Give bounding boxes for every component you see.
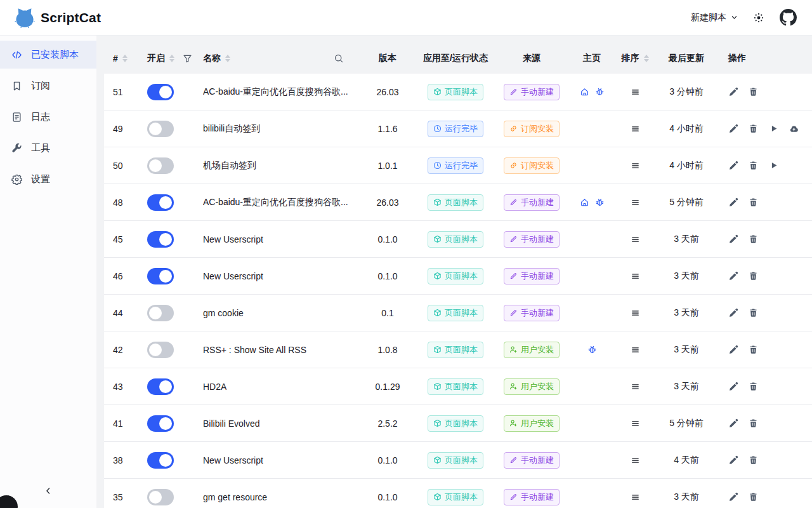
pencil-icon bbox=[509, 235, 518, 243]
enable-toggle[interactable] bbox=[147, 268, 174, 284]
script-name[interactable]: gm cookie bbox=[203, 308, 244, 318]
delete-button[interactable] bbox=[749, 124, 758, 133]
drag-handle[interactable] bbox=[631, 272, 640, 281]
delete-button[interactable] bbox=[749, 234, 758, 244]
enable-toggle[interactable] bbox=[147, 415, 174, 432]
script-name[interactable]: New Userscript bbox=[203, 271, 263, 281]
enable-toggle[interactable] bbox=[147, 489, 174, 505]
source-badge: 手动新建 bbox=[504, 231, 560, 248]
script-id: 50 bbox=[104, 161, 140, 171]
delete-button[interactable] bbox=[749, 161, 758, 170]
enable-toggle[interactable] bbox=[147, 342, 174, 358]
edit-button[interactable] bbox=[728, 308, 738, 318]
github-icon[interactable] bbox=[780, 9, 797, 26]
last-updated: 3 分钟前 bbox=[655, 86, 718, 98]
enable-toggle[interactable] bbox=[147, 231, 174, 248]
edit-button[interactable] bbox=[728, 345, 738, 354]
sidebar-item-installed[interactable]: 已安装脚本 bbox=[0, 41, 96, 69]
run-button[interactable] bbox=[769, 161, 778, 170]
enable-toggle[interactable] bbox=[147, 121, 174, 137]
sidebar-item-subscribe[interactable]: 订阅 bbox=[0, 72, 96, 100]
sort-control[interactable] bbox=[644, 55, 649, 62]
delete-button[interactable] bbox=[749, 345, 758, 354]
script-name[interactable]: AC-baidu-重定向优化百度搜狗谷歌... bbox=[203, 86, 348, 98]
script-id: 42 bbox=[104, 345, 140, 355]
delete-button[interactable] bbox=[749, 492, 758, 502]
bug-icon[interactable] bbox=[595, 197, 605, 207]
script-version: 26.03 bbox=[359, 87, 416, 97]
bug-icon[interactable] bbox=[595, 87, 605, 97]
pencil-icon bbox=[509, 88, 518, 96]
edit-button[interactable] bbox=[728, 455, 738, 465]
new-script-button[interactable]: 新建脚本 bbox=[691, 12, 738, 23]
enable-toggle[interactable] bbox=[147, 378, 174, 395]
drag-handle[interactable] bbox=[631, 419, 640, 428]
sidebar-item-tools[interactable]: 工具 bbox=[0, 134, 96, 162]
drag-handle[interactable] bbox=[631, 493, 640, 502]
table-row: 43 HD2A 0.1.29 页面脚本 用户安装 3 天前 bbox=[104, 368, 812, 405]
delete-button[interactable] bbox=[749, 382, 758, 391]
box-icon bbox=[433, 88, 442, 96]
delete-button[interactable] bbox=[749, 308, 758, 318]
enable-toggle[interactable] bbox=[147, 452, 174, 469]
drag-handle[interactable] bbox=[631, 88, 640, 97]
delete-button[interactable] bbox=[749, 197, 758, 207]
box-icon bbox=[433, 493, 442, 501]
last-updated: 4 小时前 bbox=[655, 160, 718, 171]
enable-toggle[interactable] bbox=[147, 194, 174, 211]
script-name[interactable]: AC-baidu-重定向优化百度搜狗谷歌... bbox=[203, 197, 348, 208]
sidebar-collapse-button[interactable] bbox=[44, 486, 53, 498]
home-icon[interactable] bbox=[580, 87, 589, 97]
theme-sun-icon[interactable] bbox=[753, 12, 764, 23]
drag-handle[interactable] bbox=[631, 235, 640, 244]
edit-button[interactable] bbox=[728, 197, 738, 207]
delete-button[interactable] bbox=[749, 87, 758, 97]
edit-button[interactable] bbox=[728, 124, 738, 133]
drag-handle[interactable] bbox=[631, 456, 640, 465]
edit-button[interactable] bbox=[728, 161, 738, 170]
drag-handle[interactable] bbox=[631, 161, 640, 170]
sidebar-item-logs[interactable]: 日志 bbox=[0, 103, 96, 131]
script-name[interactable]: Bilibili Evolved bbox=[203, 418, 259, 429]
edit-button[interactable] bbox=[728, 492, 738, 502]
run-button[interactable] bbox=[769, 124, 778, 133]
sort-control[interactable] bbox=[169, 55, 174, 62]
link-icon bbox=[509, 124, 518, 133]
script-name[interactable]: HD2A bbox=[203, 382, 226, 392]
pencil-icon bbox=[509, 198, 518, 206]
enable-toggle[interactable] bbox=[147, 84, 174, 100]
enable-toggle[interactable] bbox=[147, 157, 174, 174]
sidebar-item-settings[interactable]: 设置 bbox=[0, 165, 96, 193]
script-name[interactable]: bilibili自动签到 bbox=[203, 123, 260, 135]
row-actions bbox=[718, 271, 812, 281]
script-name[interactable]: RSS+ : Show Site All RSS bbox=[203, 345, 306, 355]
drag-handle[interactable] bbox=[631, 345, 640, 354]
source-badge: 手动新建 bbox=[504, 84, 560, 100]
sort-control[interactable] bbox=[122, 55, 128, 62]
edit-button[interactable] bbox=[728, 271, 738, 281]
script-name[interactable]: gm get resource bbox=[203, 492, 267, 502]
script-name[interactable]: 机场自动签到 bbox=[203, 160, 256, 171]
enable-toggle[interactable] bbox=[147, 305, 174, 321]
delete-button[interactable] bbox=[749, 455, 758, 465]
bug-icon[interactable] bbox=[587, 345, 597, 354]
row-actions bbox=[718, 382, 812, 391]
edit-button[interactable] bbox=[728, 87, 738, 97]
drag-handle[interactable] bbox=[631, 382, 640, 391]
search-icon[interactable] bbox=[334, 53, 344, 64]
script-name[interactable]: New Userscript bbox=[203, 455, 263, 465]
sort-control[interactable] bbox=[225, 55, 230, 62]
status-badge: 页面脚本 bbox=[428, 342, 483, 358]
drag-handle[interactable] bbox=[631, 124, 640, 133]
delete-button[interactable] bbox=[749, 271, 758, 281]
cloud-sync-button[interactable] bbox=[789, 124, 799, 133]
edit-button[interactable] bbox=[728, 382, 738, 391]
edit-button[interactable] bbox=[728, 418, 738, 428]
drag-handle[interactable] bbox=[631, 309, 640, 318]
drag-handle[interactable] bbox=[631, 198, 640, 207]
script-name[interactable]: New Userscript bbox=[203, 234, 263, 244]
filter-icon[interactable] bbox=[183, 54, 192, 64]
home-icon[interactable] bbox=[580, 197, 589, 207]
edit-button[interactable] bbox=[728, 234, 738, 244]
delete-button[interactable] bbox=[749, 418, 758, 428]
